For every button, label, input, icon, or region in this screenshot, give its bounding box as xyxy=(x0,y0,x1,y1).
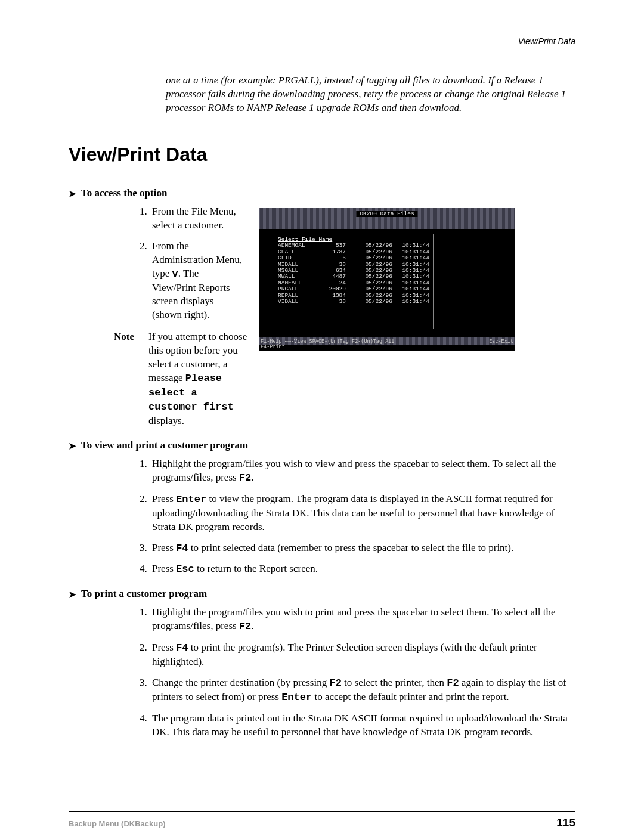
key-f2: F2 xyxy=(239,472,251,484)
subheading-print-text: To print a customer program xyxy=(81,587,207,601)
triangle-right-icon: ➤ xyxy=(69,590,76,599)
triangle-right-icon: ➤ xyxy=(69,442,76,451)
terminal-file-row: CLID605/22/9610:31:44 xyxy=(278,255,429,261)
subheading-access: ➤ To access the option xyxy=(69,187,575,200)
print-steps: Highlight the program/files you wish to … xyxy=(150,606,575,739)
pr-s3d: to accept the default printer and print … xyxy=(312,691,509,702)
vp-s3b: to print selected data (remember to pres… xyxy=(188,542,514,553)
access-left-column: From the File Menu, select a customer. F… xyxy=(69,205,247,428)
print-step-1: Highlight the program/files you wish to … xyxy=(150,606,575,634)
access-step-1: From the File Menu, select a customer. xyxy=(150,205,247,233)
key-f4: F4 xyxy=(176,642,188,654)
pr-s2a: Press xyxy=(152,642,176,653)
pr-s3b: to select the printer, then xyxy=(342,677,447,688)
subheading-print: ➤ To print a customer program xyxy=(69,587,575,601)
terminal-footer-left: F1-Help ←→-View SPACE-(Un)Tag F2-(Un)Tag… xyxy=(261,339,394,351)
terminal-foot-left-2: F4-Print xyxy=(261,344,285,350)
viewprint-step-2: Press Enter to view the program. The pro… xyxy=(150,493,575,534)
key-f2: F2 xyxy=(447,677,459,689)
key-v: v xyxy=(172,268,178,280)
viewprint-step-3: Press F4 to print selected data (remembe… xyxy=(150,541,575,556)
pr-s3a: Change the printer destination (by press… xyxy=(152,677,329,688)
key-esc: Esc xyxy=(176,563,194,575)
viewprint-steps: Highlight the program/files you wish to … xyxy=(150,457,575,577)
viewprint-step-1: Highlight the program/files you wish to … xyxy=(150,457,575,485)
terminal-footer-right: Esc-Exit xyxy=(489,339,513,351)
terminal-footer: F1-Help ←→-View SPACE-(Un)Tag F2-(Un)Tag… xyxy=(261,339,513,351)
access-note: Note If you attempt to choose this optio… xyxy=(114,330,247,428)
top-rule xyxy=(69,33,575,33)
print-step-3: Change the printer destination (by press… xyxy=(150,676,575,705)
subheading-viewprint: ➤ To view and print a customer program xyxy=(69,439,575,453)
vp-s2b: to view the program. The program data is… xyxy=(152,493,555,532)
intro-paragraph: one at a time (for example: PRGALL), ins… xyxy=(166,74,575,115)
print-step-4: The program data is printed out in the S… xyxy=(150,712,575,739)
access-step-2: From the Administration Menu, type v. Th… xyxy=(150,240,247,323)
key-enter: Enter xyxy=(281,692,312,703)
vp-s3a: Press xyxy=(152,542,176,553)
terminal-file-row: VIDALL3805/22/9610:31:44 xyxy=(278,299,429,305)
print-step-2: Press F4 to print the program(s). The Pr… xyxy=(150,641,575,669)
viewprint-step-4: Press Esc to return to the Report screen… xyxy=(150,562,575,577)
page-footer: Backup Menu (DKBackup) 115 xyxy=(69,815,575,831)
pr-s1a: Highlight the program/files you wish to … xyxy=(152,606,555,631)
bottom-rule xyxy=(69,811,575,812)
vp-s1b: . xyxy=(251,472,253,483)
vp-s1a: Highlight the program/files you wish to … xyxy=(152,458,556,483)
note-body-c: displays. xyxy=(148,415,184,426)
key-f4: F4 xyxy=(176,543,188,554)
triangle-right-icon: ➤ xyxy=(69,190,76,199)
terminal-file-box: Select File Name ADMEMOAL53705/22/9610:3… xyxy=(274,234,434,329)
terminal-rows: ADMEMOAL53705/22/9610:31:44CFALL178705/2… xyxy=(278,243,429,305)
key-f2: F2 xyxy=(329,677,341,689)
access-steps: From the File Menu, select a customer. F… xyxy=(150,205,247,323)
vp-s4a: Press xyxy=(152,563,176,574)
key-f2: F2 xyxy=(239,621,251,632)
pr-s1b: . xyxy=(251,620,253,631)
footer-left: Backup Menu (DKBackup) xyxy=(69,819,166,829)
vp-s2a: Press xyxy=(152,493,176,504)
subheading-access-text: To access the option xyxy=(81,187,167,200)
pr-s2b: to print the program(s). The Printer Sel… xyxy=(152,642,537,667)
footer-page-number: 115 xyxy=(556,815,575,831)
terminal-title: DK280 Data Files xyxy=(356,211,417,217)
page-title: View/Print Data xyxy=(69,142,575,168)
header-section-label: View/Print Data xyxy=(69,36,575,47)
note-label: Note xyxy=(114,330,140,428)
key-enter: Enter xyxy=(176,494,206,505)
terminal-screenshot: DK280 Data Files Select File Name ADMEMO… xyxy=(259,208,515,351)
access-two-column: From the File Menu, select a customer. F… xyxy=(69,205,575,428)
subheading-viewprint-text: To view and print a customer program xyxy=(81,439,248,453)
note-body: If you attempt to choose this option bef… xyxy=(148,330,247,428)
vp-s4b: to return to the Report screen. xyxy=(194,563,318,574)
